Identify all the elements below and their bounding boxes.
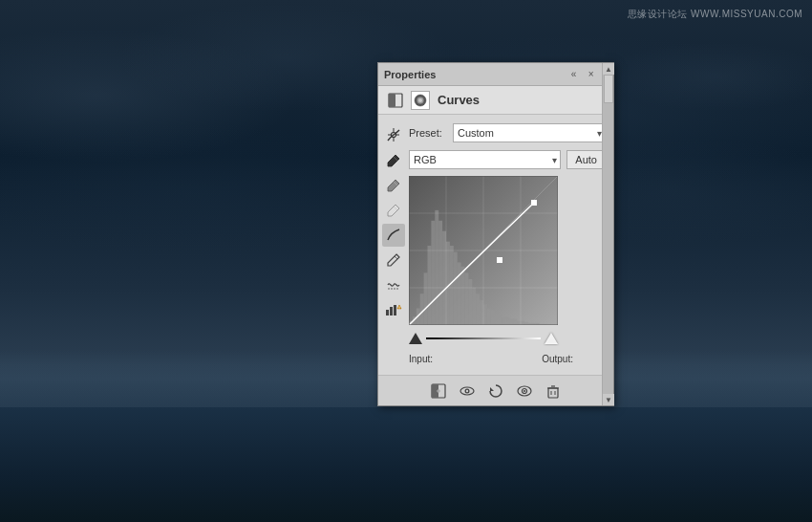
svg-rect-18: [394, 305, 396, 315]
svg-marker-28: [490, 387, 494, 391]
pencil-icon: [386, 252, 401, 268]
histogram-warning-tool[interactable]: [382, 298, 405, 321]
svg-rect-16: [386, 310, 389, 315]
pencil-tool[interactable]: [382, 249, 405, 272]
watermark: 思缘设计论坛 WWW.MISSYUAN.COM: [628, 8, 802, 21]
svg-rect-17: [390, 307, 393, 315]
preset-label: Preset:: [409, 127, 447, 139]
delete-button[interactable]: [543, 381, 564, 402]
curves-sample-icon: [385, 127, 402, 144]
collapse-button[interactable]: «: [567, 68, 581, 81]
channel-row: RGB Red Green Blue Auto: [409, 149, 606, 170]
reset-icon: [487, 382, 504, 400]
add-layer-button[interactable]: [428, 381, 449, 402]
svg-rect-1: [389, 94, 395, 107]
eye-toggle-icon: [459, 382, 476, 400]
eyedropper-black-icon: [386, 153, 401, 168]
reset-button[interactable]: [485, 381, 506, 402]
scroll-track: [603, 75, 613, 394]
svg-line-14: [395, 256, 397, 259]
scrollbar: ▲ ▼: [602, 63, 613, 405]
panel-titlebar: Properties « × ≡: [378, 63, 613, 86]
eyedropper-white-tool[interactable]: [382, 199, 405, 222]
curves-graph[interactable]: [409, 176, 558, 325]
bottom-toolbar: [378, 375, 613, 405]
properties-panel: Properties « × ≡ Curves: [377, 62, 614, 406]
mask-icon-button[interactable]: [386, 91, 405, 110]
left-toolbar: [378, 122, 409, 367]
svg-point-20: [399, 308, 400, 309]
panel-title: Properties: [384, 69, 436, 80]
curves-icon: [413, 93, 428, 108]
panel-name: Curves: [438, 93, 480, 107]
main-area: Preset: Custom Default Strong Contrast M…: [409, 122, 606, 367]
curves-graph-container: [409, 176, 558, 325]
eyedropper-black-tool[interactable]: [382, 149, 405, 172]
water: [0, 407, 812, 522]
eyedropper-gray-tool[interactable]: [382, 174, 405, 197]
scroll-up-button[interactable]: ▲: [603, 63, 614, 75]
white-point-slider[interactable]: [545, 333, 558, 344]
input-label: Input:: [409, 354, 433, 364]
gradient-bar: [426, 337, 541, 339]
output-label: Output:: [542, 354, 573, 364]
svg-point-31: [524, 390, 525, 392]
eye-toggle-button[interactable]: [457, 381, 478, 402]
visibility-button[interactable]: [514, 381, 535, 402]
eyedropper-white-icon: [386, 203, 401, 218]
channel-select[interactable]: RGB Red Green Blue: [409, 150, 561, 169]
svg-point-5: [418, 98, 422, 102]
close-button[interactable]: ×: [585, 68, 598, 81]
preset-select[interactable]: Custom Default Strong Contrast Medium Co…: [453, 123, 606, 142]
curve-line-tool[interactable]: [382, 224, 405, 247]
panel-header: Curves: [378, 86, 613, 115]
black-point-slider[interactable]: [409, 333, 422, 344]
channel-select-wrapper[interactable]: RGB Red Green Blue: [409, 150, 561, 169]
preset-row: Preset: Custom Default Strong Contrast M…: [409, 122, 606, 143]
panel-content: Preset: Custom Default Strong Contrast M…: [378, 115, 613, 375]
auto-button[interactable]: Auto: [566, 150, 606, 169]
adjustments-icon: [388, 93, 403, 108]
preset-select-wrapper[interactable]: Custom Default Strong Contrast Medium Co…: [453, 123, 606, 142]
eyedropper-gray-icon: [386, 178, 401, 193]
scroll-thumb[interactable]: [604, 75, 613, 103]
scroll-down-button[interactable]: ▼: [603, 394, 614, 405]
svg-rect-32: [548, 388, 558, 398]
svg-rect-2: [395, 94, 402, 107]
svg-point-27: [466, 389, 468, 391]
curve-line-icon: [386, 228, 401, 243]
io-row: Input: Output:: [409, 350, 606, 367]
slider-area: [409, 333, 558, 344]
curves-sample-tool[interactable]: [382, 124, 405, 147]
delete-icon: [545, 382, 562, 400]
curves-icon-button[interactable]: [411, 91, 430, 110]
histogram-warning-icon: [385, 302, 402, 317]
smooth-tool[interactable]: [382, 273, 405, 296]
smooth-icon: [386, 277, 401, 293]
visibility-icon: [516, 382, 533, 400]
add-layer-icon: [430, 382, 447, 400]
